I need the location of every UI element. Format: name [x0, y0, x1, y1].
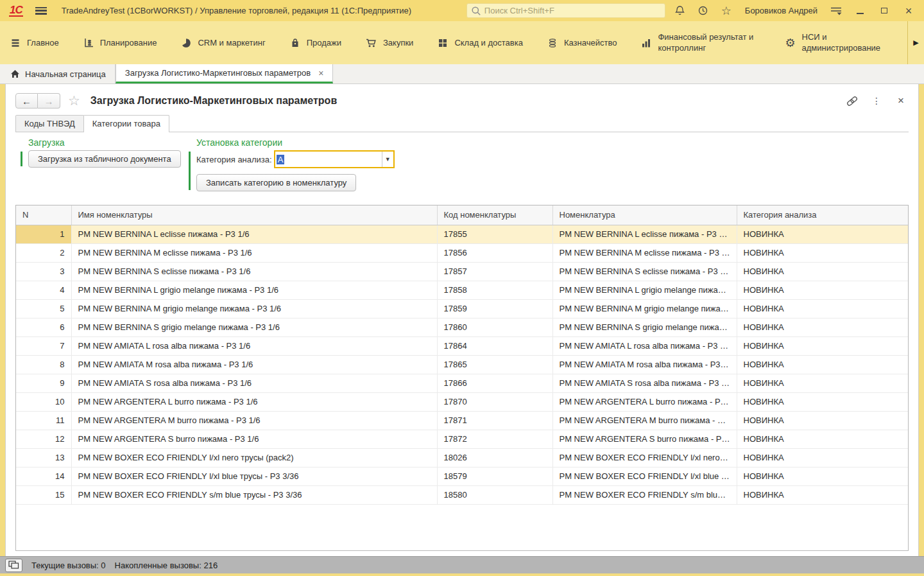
performance-indicator-button[interactable]: [5, 559, 22, 572]
cell-n[interactable]: 15: [16, 485, 71, 504]
cell-nomenclature[interactable]: PM NEW AMIATA M rosa alba пижама - Р3 1/…: [552, 355, 737, 374]
cell-name[interactable]: PM NEW BOXER ECO FRIENDLY l/xl blue трус…: [71, 467, 437, 485]
cell-category[interactable]: НОВИНКА: [737, 392, 908, 411]
cell-nomenclature[interactable]: PM NEW ARGENTERA L burro пижама - Р3 1/6: [552, 392, 737, 411]
cell-nomenclature[interactable]: PM NEW BOXER ECO FRIENDLY l/xl nero трус…: [552, 448, 737, 467]
table-row[interactable]: 4 PM NEW BERNINA L grigio melange пижама…: [16, 281, 908, 299]
cell-name[interactable]: PM NEW ARGENTERA M burro пижама - Р3 1/6: [71, 411, 437, 430]
cell-code[interactable]: 17866: [437, 374, 552, 392]
cell-category[interactable]: НОВИНКА: [737, 318, 908, 336]
cell-nomenclature[interactable]: PM NEW ARGENTERA M burro пижама - Р3 1/6: [552, 411, 737, 430]
history-icon[interactable]: [695, 4, 712, 18]
cell-n[interactable]: 13: [16, 448, 71, 467]
cell-code[interactable]: 17857: [437, 262, 552, 281]
cell-category[interactable]: НОВИНКА: [737, 262, 908, 281]
cell-category[interactable]: НОВИНКА: [737, 374, 908, 392]
ribbon-item-prodazhi[interactable]: Продажи: [290, 38, 341, 48]
cell-n[interactable]: 2: [16, 243, 71, 262]
cell-nomenclature[interactable]: PM NEW BOXER ECO FRIENDLY l/xl blue трус…: [552, 467, 737, 485]
search-input[interactable]: [484, 6, 661, 15]
global-search[interactable]: [466, 3, 665, 18]
table-row[interactable]: 14 PM NEW BOXER ECO FRIENDLY l/xl blue т…: [16, 467, 908, 485]
table-row[interactable]: 15 PM NEW BOXER ECO FRIENDLY s/m blue тр…: [16, 485, 908, 504]
cell-category[interactable]: НОВИНКА: [737, 355, 908, 374]
col-header-code[interactable]: Код номенклатуры: [437, 205, 552, 225]
table-row[interactable]: 1 PM NEW BERNINA L eclisse пижама - Р3 1…: [16, 225, 908, 243]
cell-nomenclature[interactable]: PM NEW AMIATA L rosa alba пижама - Р3 1/…: [552, 336, 737, 355]
1c-logo-icon[interactable]: 1С: [9, 5, 23, 17]
cell-code[interactable]: 17860: [437, 318, 552, 336]
cell-category[interactable]: НОВИНКА: [737, 225, 908, 243]
table-row[interactable]: 13 PM NEW BOXER ECO FRIENDLY l/xl nero т…: [16, 448, 908, 467]
more-menu-icon[interactable]: ⋮: [869, 94, 884, 108]
cell-n[interactable]: 10: [16, 392, 71, 411]
notifications-bell-icon[interactable]: [672, 4, 689, 18]
col-header-name[interactable]: Имя номенклатуры: [71, 205, 437, 225]
cell-name[interactable]: PM NEW BERNINA L grigio melange пижама -…: [71, 281, 437, 299]
tab-home[interactable]: Начальная страница: [0, 64, 116, 83]
cell-n[interactable]: 8: [16, 355, 71, 374]
cell-category[interactable]: НОВИНКА: [737, 336, 908, 355]
favorites-star-icon[interactable]: ☆: [718, 4, 735, 18]
cell-category[interactable]: НОВИНКА: [737, 485, 908, 504]
tab-close-icon[interactable]: ×: [318, 68, 323, 78]
cell-nomenclature[interactable]: PM NEW AMIATA S rosa alba пижама - Р3 1/…: [552, 374, 737, 392]
cell-code[interactable]: 17865: [437, 355, 552, 374]
table-row[interactable]: 7 PM NEW AMIATA L rosa alba пижама - Р3 …: [16, 336, 908, 355]
cell-name[interactable]: PM NEW AMIATA L rosa alba пижама - Р3 1/…: [71, 336, 437, 355]
cell-n[interactable]: 14: [16, 467, 71, 485]
col-header-category[interactable]: Категория анализа: [737, 205, 908, 225]
cell-code[interactable]: 17859: [437, 299, 552, 318]
maximize-button[interactable]: [875, 4, 893, 18]
ribbon-item-planirovanie[interactable]: Планирование: [83, 38, 157, 48]
cell-category[interactable]: НОВИНКА: [737, 281, 908, 299]
cell-nomenclature[interactable]: PM NEW BERNINA L eclisse пижама - Р3 1/6: [552, 225, 737, 243]
ribbon-item-glavnoe[interactable]: Главное: [10, 38, 59, 48]
table-row[interactable]: 9 PM NEW AMIATA S rosa alba пижама - Р3 …: [16, 374, 908, 392]
cell-category[interactable]: НОВИНКА: [737, 467, 908, 485]
cell-name[interactable]: PM NEW BERNINA M eclisse пижама - Р3 1/6: [71, 243, 437, 262]
cell-category[interactable]: НОВИНКА: [737, 299, 908, 318]
ribbon-overflow-button[interactable]: ▶: [907, 21, 924, 64]
cell-n[interactable]: 6: [16, 318, 71, 336]
cell-n[interactable]: 11: [16, 411, 71, 430]
cell-nomenclature[interactable]: PM NEW BERNINA S eclisse пижама - Р3 1/6: [552, 262, 737, 281]
table-row[interactable]: 2 PM NEW BERNINA M eclisse пижама - Р3 1…: [16, 243, 908, 262]
cell-category[interactable]: НОВИНКА: [737, 411, 908, 430]
cell-name[interactable]: PM NEW ARGENTERA S burro пижама - Р3 1/6: [71, 430, 437, 448]
cell-code[interactable]: 17872: [437, 430, 552, 448]
cell-n[interactable]: 12: [16, 430, 71, 448]
cell-n[interactable]: 1: [16, 225, 71, 243]
cell-name[interactable]: PM NEW ARGENTERA L burro пижама - Р3 1/6: [71, 392, 437, 411]
col-header-nomenclature[interactable]: Номенклатура: [552, 205, 737, 225]
cell-name[interactable]: PM NEW BERNINA L eclisse пижама - Р3 1/6: [71, 225, 437, 243]
forward-button[interactable]: →: [38, 93, 60, 109]
cell-name[interactable]: PM NEW BERNINA S eclisse пижама - Р3 1/6: [71, 262, 437, 281]
minimize-button[interactable]: [851, 4, 869, 18]
cell-n[interactable]: 3: [16, 262, 71, 281]
table-row[interactable]: 12 PM NEW ARGENTERA S burro пижама - Р3 …: [16, 430, 908, 448]
tab-active-page[interactable]: Загрузка Логистико-Маркетинговых парамет…: [116, 64, 334, 83]
copy-link-icon[interactable]: [844, 94, 860, 108]
cell-nomenclature[interactable]: PM NEW BOXER ECO FRIENDLY s/m blue трусы…: [552, 485, 737, 504]
cell-code[interactable]: 17864: [437, 336, 552, 355]
load-from-spreadsheet-button[interactable]: Загрузка из табличного документа: [28, 150, 181, 168]
close-window-button[interactable]: ×: [900, 4, 918, 18]
main-menu-icon[interactable]: [35, 6, 47, 16]
table-row[interactable]: 11 PM NEW ARGENTERA M burro пижама - Р3 …: [16, 411, 908, 430]
cell-n[interactable]: 5: [16, 299, 71, 318]
cell-code[interactable]: 18580: [437, 485, 552, 504]
cell-nomenclature[interactable]: PM NEW BERNINA M eclisse пижама - Р3 1/6: [552, 243, 737, 262]
table-row[interactable]: 8 PM NEW AMIATA M rosa alba пижама - Р3 …: [16, 355, 908, 374]
write-category-button[interactable]: Записать категорию в номенклатуру: [196, 174, 356, 191]
tools-menu-icon[interactable]: [828, 4, 844, 18]
ribbon-item-crm[interactable]: CRM и маркетинг: [181, 38, 265, 48]
cell-code[interactable]: 18579: [437, 467, 552, 485]
cell-category[interactable]: НОВИНКА: [737, 243, 908, 262]
cell-code[interactable]: 17858: [437, 281, 552, 299]
ribbon-item-nsi[interactable]: ⚙ НСИ и администрирование: [785, 32, 898, 53]
subtab-categories[interactable]: Категории товара: [83, 115, 169, 132]
cell-n[interactable]: 7: [16, 336, 71, 355]
cell-category[interactable]: НОВИНКА: [737, 448, 908, 467]
user-name[interactable]: Боровиков Андрей: [745, 6, 817, 15]
